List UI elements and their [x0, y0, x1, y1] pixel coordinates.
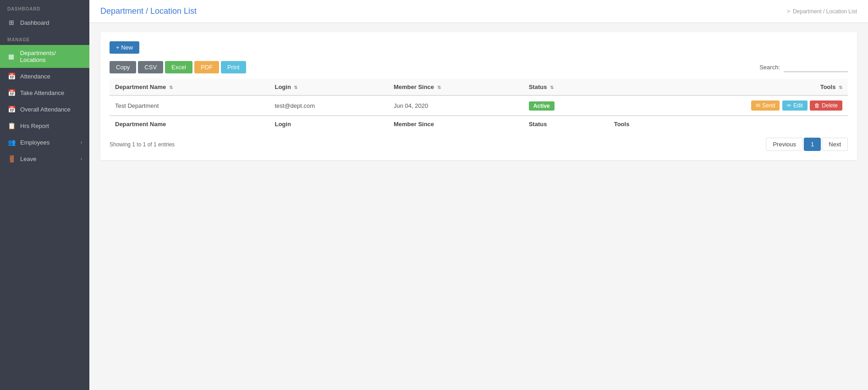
sidebar-item-label: Dashboard: [20, 19, 49, 26]
toolbar-row: + New: [110, 41, 848, 54]
overall-attendance-icon: 📅: [7, 106, 16, 113]
footer-col-status: Status: [523, 116, 609, 132]
sidebar-item-leave[interactable]: 🚪 Leave ›: [0, 150, 89, 167]
edit-label: Edit: [793, 102, 803, 109]
edit-button[interactable]: ✏ Edit: [782, 100, 808, 111]
col-status-label: Status: [529, 84, 547, 90]
table-footer: Showing 1 to 1 of 1 entries Previous 1 N…: [110, 138, 848, 151]
sidebar-item-dashboard[interactable]: ⊞ Dashboard: [0, 14, 89, 31]
edit-icon: ✏: [787, 102, 791, 109]
status-badge: Active: [529, 101, 555, 111]
sort-icon-login: ⇅: [294, 85, 297, 90]
send-label: Send: [762, 102, 775, 109]
sort-icon-member: ⇅: [437, 85, 441, 90]
table-row: Test Department test@dept.com Jun 04, 20…: [110, 95, 848, 116]
search-input[interactable]: [784, 63, 848, 72]
col-dept-name[interactable]: Department Name ⇅: [110, 79, 269, 95]
main-content: Department / Location List > Department …: [89, 0, 868, 390]
sidebar-section-dashboard: DASHBOARD: [0, 0, 89, 14]
table-footer-row: Department Name Login Member Since Statu…: [110, 116, 848, 132]
pagination: Previous 1 Next: [766, 138, 848, 151]
export-buttons: Copy CSV Excel PDF Print: [110, 61, 246, 73]
next-button[interactable]: Next: [822, 138, 848, 151]
sidebar-item-label: Overall Attendance: [20, 106, 71, 113]
breadcrumb-label: Department / Location List: [793, 8, 857, 15]
sidebar-item-overall-attendance[interactable]: 📅 Overall Attendance: [0, 101, 89, 117]
take-attendance-icon: 📅: [7, 89, 16, 96]
employees-icon: 👥: [7, 139, 16, 146]
sort-icon-dept: ⇅: [169, 85, 173, 90]
sidebar-item-employees[interactable]: 👥 Employees ›: [0, 134, 89, 150]
footer-col-tools: Tools: [609, 116, 848, 132]
cell-dept-name: Test Department: [110, 95, 269, 116]
pdf-button[interactable]: PDF: [194, 61, 219, 73]
sort-icon-status: ⇅: [550, 85, 554, 90]
previous-button[interactable]: Previous: [766, 138, 803, 151]
breadcrumb: > Department / Location List: [787, 8, 857, 15]
sidebar-item-take-attendance[interactable]: 📅 Take Attendance: [0, 84, 89, 101]
leave-icon: 🚪: [7, 155, 16, 162]
col-tools[interactable]: Tools ⇅: [609, 79, 848, 95]
sidebar-item-label: Hrs Report: [20, 123, 49, 129]
col-member-since-label: Member Since: [394, 84, 434, 90]
main-card: + New Copy CSV Excel PDF Print Search:: [100, 32, 857, 160]
copy-button[interactable]: Copy: [110, 61, 136, 73]
showing-text: Showing 1 to 1 of 1 entries: [110, 141, 175, 148]
sidebar-item-label: Take Attendance: [20, 89, 64, 96]
sidebar-item-label: Leave: [20, 156, 36, 162]
csv-button[interactable]: CSV: [138, 61, 163, 73]
sort-icon-tools: ⇅: [839, 85, 842, 90]
delete-label: Delete: [822, 102, 838, 109]
departments-icon: ▦: [7, 53, 16, 60]
sidebar: DASHBOARD ⊞ Dashboard MANAGE ▦ Departmen…: [0, 0, 89, 390]
sidebar-item-label: Employees: [20, 139, 49, 146]
page-title: Department / Location List: [100, 6, 197, 16]
sidebar-item-departments-locations[interactable]: ▦ Departments/ Locations: [0, 45, 89, 68]
sidebar-item-attendance[interactable]: 📅 Attendance: [0, 68, 89, 84]
col-login-label: Login: [275, 84, 291, 90]
page-1-button[interactable]: 1: [804, 138, 821, 151]
new-button[interactable]: + New: [110, 41, 139, 54]
col-tools-label: Tools: [820, 84, 836, 90]
col-member-since[interactable]: Member Since ⇅: [388, 79, 523, 95]
hrs-report-icon: 📋: [7, 122, 16, 129]
cell-member-since: Jun 04, 2020: [388, 95, 523, 116]
breadcrumb-separator: >: [787, 8, 790, 15]
sidebar-section-manage: MANAGE: [0, 31, 89, 45]
chevron-right-icon: ›: [81, 140, 82, 145]
sidebar-item-label: Attendance: [20, 73, 50, 80]
col-status[interactable]: Status ⇅: [523, 79, 609, 95]
content-area: + New Copy CSV Excel PDF Print Search:: [89, 23, 868, 390]
excel-button[interactable]: Excel: [165, 61, 192, 73]
send-icon: ✉: [756, 102, 760, 109]
trash-icon: 🗑: [814, 102, 820, 109]
chevron-right-icon: ›: [81, 156, 82, 162]
send-button[interactable]: ✉ Send: [751, 100, 780, 111]
footer-col-member-since: Member Since: [388, 116, 523, 132]
print-button[interactable]: Print: [221, 61, 246, 73]
delete-button[interactable]: 🗑 Delete: [810, 100, 842, 111]
topbar: Department / Location List > Department …: [89, 0, 868, 23]
table-header-row: Department Name ⇅ Login ⇅ Member Since ⇅: [110, 79, 848, 95]
search-label: Search:: [759, 64, 780, 71]
col-login[interactable]: Login ⇅: [269, 79, 388, 95]
search-row: Search:: [759, 63, 848, 72]
dashboard-icon: ⊞: [7, 19, 16, 26]
cell-status: Active: [523, 95, 609, 116]
cell-login: test@dept.com: [269, 95, 388, 116]
sidebar-item-label: Departments/ Locations: [20, 50, 82, 63]
cell-tools: ✉ Send ✏ Edit 🗑 Delete: [609, 95, 848, 116]
dept-table: Department Name ⇅ Login ⇅ Member Since ⇅: [110, 79, 848, 132]
footer-col-dept-name: Department Name: [110, 116, 269, 132]
sidebar-item-hrs-report[interactable]: 📋 Hrs Report: [0, 117, 89, 134]
attendance-icon: 📅: [7, 72, 16, 80]
export-row: Copy CSV Excel PDF Print Search:: [110, 61, 848, 73]
col-dept-name-label: Department Name: [115, 84, 166, 90]
footer-col-login: Login: [269, 116, 388, 132]
